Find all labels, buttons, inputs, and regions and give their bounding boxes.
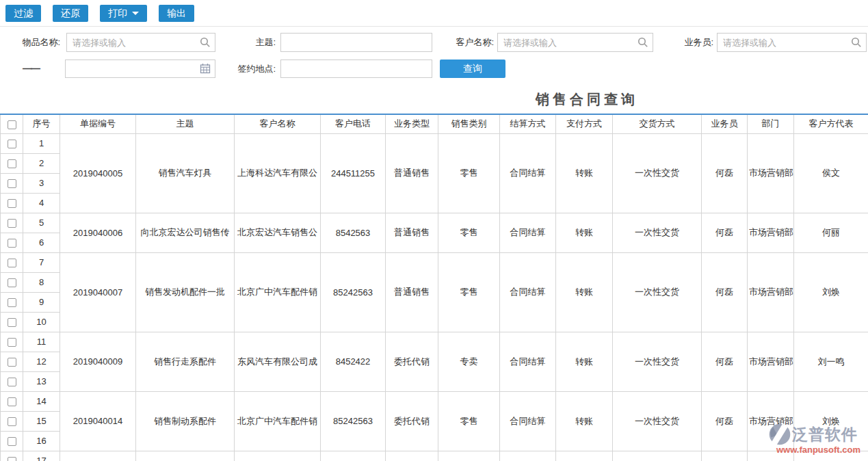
row-checkbox[interactable] (8, 259, 16, 267)
toolbar-separator (0, 26, 868, 27)
cell-subject[interactable]: 销售制动系配件 (136, 391, 235, 451)
query-button[interactable]: 查询 (440, 60, 505, 78)
cell-empty (794, 451, 868, 461)
item-name-label: 物品名称: (11, 33, 60, 52)
cell-empty (702, 451, 748, 461)
customer-name-field (497, 33, 653, 52)
cell-doc-no[interactable]: 2019040005 (60, 133, 136, 213)
cell-subject[interactable]: 销售汽车灯具 (136, 133, 235, 213)
cell-dept: 市场营销部 (748, 213, 794, 252)
row-checkbox[interactable] (8, 338, 16, 347)
row-checkbox[interactable] (8, 318, 16, 327)
customer-name-label: 客户名称: (445, 33, 494, 52)
print-button-label: 打印 (108, 5, 127, 22)
checkbox-cell (1, 352, 23, 371)
salesman-input[interactable] (717, 33, 867, 52)
cell-subject[interactable]: 销售发动机配件一批 (136, 252, 235, 332)
cell-doc-no[interactable]: 2019040014 (60, 391, 136, 451)
row-checkbox[interactable] (8, 378, 16, 386)
results-grid: 序号 单据编号 主题 客户名称 客户电话 业务类型 销售类别 结算方式 支付方式… (0, 114, 868, 461)
cell-salesman: 何磊 (702, 391, 748, 451)
checkbox-cell (1, 371, 23, 391)
row-checkbox[interactable] (8, 179, 16, 188)
cell-delivery: 一次性交货 (613, 332, 702, 391)
restore-button[interactable]: 还原 (53, 5, 88, 22)
row-checkbox[interactable] (8, 278, 16, 287)
cell-settle: 合同结算 (500, 332, 556, 391)
cell-doc-no[interactable]: 2019040006 (60, 213, 136, 252)
cell-pay: 转账 (556, 252, 613, 332)
cell-customer[interactable]: 东风汽车有限公司成 (235, 332, 321, 391)
table-row: 1 2019040005 销售汽车灯具 上海科达汽车有限公 244511255 … (1, 133, 868, 153)
cell-customer[interactable]: 上海科达汽车有限公 (235, 133, 321, 213)
col-header-doc-no: 单据编号 (60, 114, 136, 133)
cell-sale-type: 零售 (438, 213, 500, 252)
row-checkbox[interactable] (8, 140, 16, 148)
row-checkbox[interactable] (8, 219, 16, 228)
cell-empty (748, 451, 794, 461)
row-seq: 2 (23, 153, 60, 173)
cell-salesman: 何磊 (702, 332, 748, 391)
item-name-input[interactable] (66, 33, 215, 52)
cell-salesman: 何磊 (702, 213, 748, 252)
cell-phone: 85242563 (321, 252, 386, 332)
cell-cust-rep: 刘焕 (794, 252, 868, 332)
checkbox-cell (1, 233, 23, 252)
output-button[interactable]: 输出 (159, 5, 194, 22)
checkbox-cell (1, 391, 23, 411)
checkbox-cell (1, 332, 23, 352)
row-checkbox[interactable] (8, 159, 16, 168)
cell-subject[interactable]: 向北京宏达公司销售传 (136, 213, 235, 252)
cell-cust-rep: 侯文 (794, 133, 868, 213)
row-checkbox[interactable] (8, 239, 16, 248)
cell-empty (500, 451, 556, 461)
customer-name-input[interactable] (497, 33, 653, 52)
col-header-biz-type: 业务类型 (386, 114, 438, 133)
row-checkbox[interactable] (8, 457, 16, 461)
filter-button[interactable]: 过滤 (5, 5, 41, 22)
row-checkbox[interactable] (8, 298, 16, 307)
cell-settle: 合同结算 (500, 133, 556, 213)
checkbox-cell (1, 173, 23, 193)
subject-label: 主题: (228, 33, 276, 52)
calendar-icon[interactable] (200, 63, 211, 74)
cell-doc-no[interactable]: 2019040007 (60, 252, 136, 332)
row-seq: 3 (23, 173, 60, 193)
cell-pay: 转账 (556, 332, 613, 391)
row-checkbox[interactable] (8, 397, 16, 406)
col-header-customer: 客户名称 (235, 114, 321, 133)
print-button[interactable]: 打印 (100, 5, 147, 22)
date-input[interactable] (65, 60, 215, 78)
row-checkbox[interactable] (8, 199, 16, 208)
cell-empty (235, 451, 321, 461)
row-checkbox[interactable] (8, 437, 16, 446)
subject-input[interactable] (280, 33, 432, 52)
search-icon[interactable] (851, 37, 862, 48)
cell-phone: 85242563 (321, 391, 386, 451)
cell-doc-no[interactable]: 2019040009 (60, 332, 136, 391)
cell-subject[interactable]: 销售行走系配件 (136, 332, 235, 391)
row-checkbox[interactable] (8, 358, 16, 367)
search-icon[interactable] (200, 37, 211, 48)
table-row: 11 2019040009 销售行走系配件 东风汽车有限公司成 8452422 … (1, 332, 868, 352)
cell-phone: 244511255 (321, 133, 386, 213)
cell-pay: 转账 (556, 133, 613, 213)
sales-contract-query-screen: 过滤 还原 打印 输出 物品名称: 主题: 客户名称: 业务员: (0, 0, 868, 461)
cell-delivery: 一次性交货 (613, 391, 702, 451)
row-seq: 10 (23, 312, 60, 332)
cell-customer[interactable]: 北京宏达汽车销售公 (235, 213, 321, 252)
row-seq: 16 (23, 431, 60, 451)
cell-customer[interactable]: 北京广中汽车配件销 (235, 391, 321, 451)
search-icon[interactable] (637, 37, 648, 48)
row-checkbox[interactable] (8, 417, 16, 426)
checkbox-cell (1, 133, 23, 153)
item-name-field (66, 33, 215, 52)
cell-biz-type: 委托代销 (386, 332, 438, 391)
cell-sale-type: 零售 (438, 133, 500, 213)
cell-customer[interactable]: 北京广中汽车配件销 (235, 252, 321, 332)
col-header-subject: 主题 (136, 114, 235, 133)
cell-sale-type: 零售 (438, 252, 500, 332)
select-all-checkbox[interactable] (8, 120, 16, 129)
sign-place-input[interactable] (280, 60, 432, 78)
row-seq: 14 (23, 391, 60, 411)
